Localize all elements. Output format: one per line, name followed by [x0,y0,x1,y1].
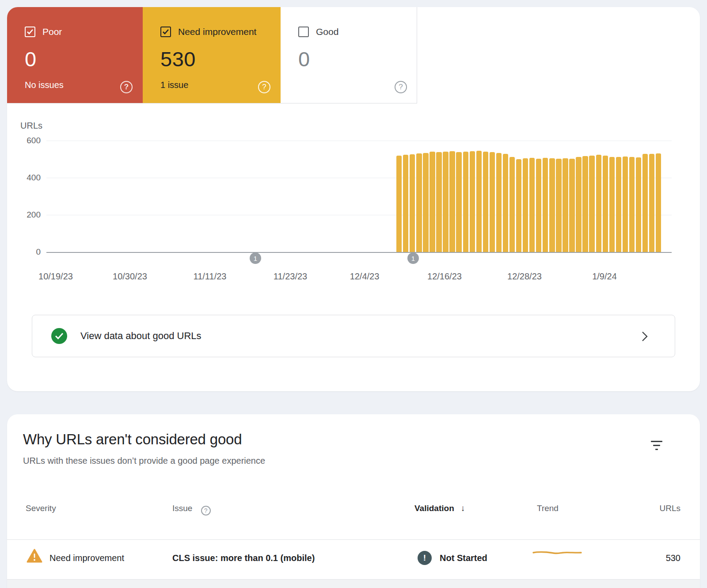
bar-day-35[interactable] [629,157,635,252]
row-validation: Not Started [440,553,487,563]
bar-day-30[interactable] [596,155,601,252]
bar-day-37[interactable] [642,154,648,252]
issue-help-icon[interactable]: ? [201,506,211,515]
y-tick-label: 200 [15,210,41,220]
bar-day-5[interactable] [430,152,435,252]
urls-header-label: URLs [659,504,680,513]
bar-day-23[interactable] [549,158,555,252]
row-severity: Need improvement [49,553,124,563]
bar-day-2[interactable] [410,154,415,252]
bar-day-0[interactable] [396,156,402,252]
core-web-vitals-report: { "colors": { "poor_red": "#c8523f", "ne… [0,0,707,588]
bar-day-26[interactable] [569,159,574,252]
table-footer-strip [7,580,700,588]
bar-day-17[interactable] [509,157,515,252]
x-tick-label: 12/28/23 [489,271,560,282]
bar-day-8[interactable] [449,151,455,252]
bar-day-32[interactable] [609,157,615,252]
filter-icon[interactable] [650,440,663,451]
checkmark-icon [55,332,64,340]
chart-annotation-marker[interactable]: 1 [250,252,261,264]
row-issue: CLS issue: more than 0.1 (mobile) [172,553,315,563]
bar-day-6[interactable] [436,152,441,252]
warning-triangle-icon [27,549,42,563]
bar-day-10[interactable] [463,152,468,252]
bar-day-38[interactable] [649,154,654,252]
banner-label: View data about good URLs [80,330,201,342]
chevron-right-icon[interactable] [641,330,648,344]
row-urls: 530 [666,553,680,563]
trend-header-label: Trend [537,504,559,513]
bar-day-28[interactable] [582,156,588,252]
column-header-issue[interactable]: Issue ? [172,504,211,515]
x-tick-label: 12/16/23 [409,271,480,282]
bar-day-7[interactable] [443,152,448,252]
bar-day-24[interactable] [556,159,561,252]
column-header-severity[interactable]: Severity [26,504,56,513]
urls-bar-chart[interactable]: URLs 6004002000 11 10/19/2310/30/2311/11… [7,7,700,299]
bar-day-25[interactable] [563,158,568,252]
bar-day-3[interactable] [416,153,422,252]
column-header-trend[interactable]: Trend [537,504,559,513]
chart-annotation-marker[interactable]: 1 [407,252,419,264]
y-axis-title: URLs [20,121,42,131]
bar-day-29[interactable] [589,156,594,252]
bar-day-33[interactable] [616,157,621,252]
severity-header-label: Severity [26,504,56,513]
issues-panel: Why URLs aren't considered good URLs wit… [7,414,700,588]
bar-day-16[interactable] [503,154,508,252]
bar-day-11[interactable] [470,151,475,252]
bar-day-34[interactable] [623,157,628,252]
bar-day-18[interactable] [516,159,521,252]
bar-day-22[interactable] [543,158,548,252]
bar-day-13[interactable] [483,152,488,252]
bar-day-27[interactable] [576,157,581,252]
validation-header-label: Validation [414,504,454,513]
bar-day-21[interactable] [536,159,541,252]
trend-sparkline [532,549,582,556]
bar-day-31[interactable] [603,156,608,252]
good-check-icon [51,328,67,344]
bar-day-1[interactable] [403,155,408,252]
column-header-urls[interactable]: URLs [659,504,680,513]
y-tick-label: 600 [15,136,41,145]
y-tick-label: 400 [15,173,41,183]
bar-day-4[interactable] [423,153,428,252]
bar-day-15[interactable] [496,153,502,252]
x-tick-label: 11/11/23 [175,271,245,282]
gridline-0 [46,252,672,253]
gridline-600 [46,141,672,141]
bar-day-12[interactable] [476,151,482,252]
bar-day-39[interactable] [656,153,661,252]
sort-descending-icon: ↓ [461,504,465,513]
x-tick-label: 11/23/23 [255,271,326,282]
bar-day-19[interactable] [523,158,528,252]
x-tick-label: 1/9/24 [569,271,640,282]
report-panel: Poor 0 No issues ? Need improvement 530 … [7,7,700,391]
x-tick-label: 12/4/23 [329,271,400,282]
bar-day-14[interactable] [490,152,495,252]
section-subtitle: URLs with these issues don’t provide a g… [23,456,265,466]
x-tick-label: 10/30/23 [95,271,165,282]
issue-header-label: Issue [172,504,192,513]
bar-day-36[interactable] [636,157,641,252]
section-title: Why URLs aren't considered good [23,431,242,448]
not-started-icon: ! [418,551,432,565]
bar-day-9[interactable] [456,152,461,252]
y-tick-label: 0 [15,247,41,257]
bar-day-20[interactable] [529,158,535,252]
x-tick-label: 10/19/23 [20,271,91,282]
column-header-validation[interactable]: Validation ↓ [414,504,465,513]
view-good-urls-banner[interactable]: View data about good URLs [32,315,675,357]
